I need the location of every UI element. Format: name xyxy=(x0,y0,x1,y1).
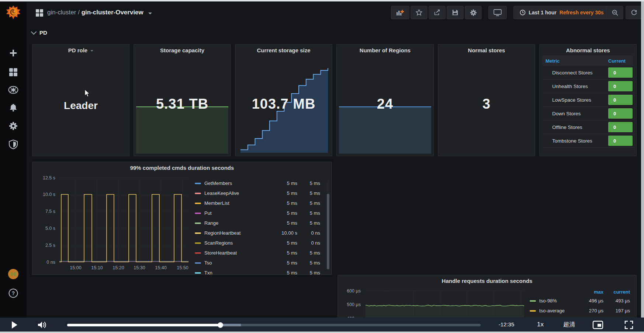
series-name[interactable]: Put xyxy=(204,210,212,216)
zoom-out-button[interactable] xyxy=(606,6,623,19)
series-name[interactable]: RegionHeartbeat xyxy=(204,230,240,236)
panel-title[interactable]: PD role xyxy=(32,47,129,53)
cmds-legend: GetMembers5 ms5 msLeaseKeepAlive5 ms5 ms… xyxy=(195,178,326,274)
series-name[interactable]: Tso xyxy=(204,260,212,266)
volume-button[interactable] xyxy=(36,320,48,330)
user-avatar[interactable] xyxy=(7,267,20,281)
dashboard-grid-icon[interactable] xyxy=(35,9,44,18)
panel-title[interactable]: Number of Regions xyxy=(337,47,433,53)
play-button[interactable] xyxy=(10,320,19,330)
series-name[interactable]: LeaseKeepAlive xyxy=(204,190,239,196)
seek-handle[interactable] xyxy=(218,322,223,328)
x-tick-label: 15:40 xyxy=(153,265,169,270)
legend-item[interactable]: MemberList5 ms5 ms xyxy=(195,198,326,208)
series-name[interactable]: tso-98% xyxy=(539,298,557,304)
share-button[interactable] xyxy=(429,6,446,19)
help-icon[interactable]: ? xyxy=(7,287,19,299)
legend-item[interactable]: Tso5 ms5 ms xyxy=(195,258,326,268)
fullscreen-button[interactable] xyxy=(623,320,635,330)
explore-icon[interactable] xyxy=(7,84,19,96)
legend-item[interactable]: Put5 ms5 ms xyxy=(195,208,326,218)
column-header-metric[interactable]: Metric xyxy=(543,58,608,64)
legend-item[interactable]: Txn5 ms5 ms xyxy=(195,268,326,275)
grafana-logo-icon[interactable] xyxy=(5,4,21,21)
y-tick-label: 500 µs xyxy=(342,302,361,307)
panel-number-of-regions: Number of Regions 24 xyxy=(336,44,434,156)
series-max-value: 10.00 s xyxy=(256,230,297,236)
breadcrumb-folder[interactable]: gin-cluster xyxy=(47,9,76,16)
playback-speed-button[interactable]: 1x xyxy=(531,318,550,332)
series-current-value: 5 ms xyxy=(297,260,320,266)
table-row: Down Stores0 xyxy=(543,107,633,120)
series-name[interactable]: ScanRegions xyxy=(204,240,233,246)
panel-title[interactable]: Handle requests duration seconds xyxy=(338,278,636,284)
storage-capacity-sparkline xyxy=(136,106,228,154)
y-tick-label: 5.0 s xyxy=(39,226,55,231)
alerting-icon[interactable] xyxy=(7,102,19,113)
legend-item[interactable]: Range5 ms5 ms xyxy=(195,218,326,228)
breadcrumb-separator: / xyxy=(78,9,80,16)
time-range-label: Last 1 hour xyxy=(529,10,556,15)
panel-title[interactable]: Abnormal stores xyxy=(540,47,636,53)
series-name[interactable]: tso-average xyxy=(539,308,565,313)
tv-mode-button[interactable] xyxy=(488,6,507,19)
legend-column-max[interactable]: max xyxy=(567,289,603,295)
legend-scrollbar-thumb[interactable] xyxy=(327,194,329,269)
time-range-picker[interactable]: Last 1 hour Refresh every 30s xyxy=(513,6,610,19)
panel-handle-requests: Handle requests duration seconds 600 µs5… xyxy=(337,275,637,318)
legend-color-swatch xyxy=(195,232,201,234)
server-admin-icon[interactable] xyxy=(7,139,19,150)
quality-button[interactable]: 超清 xyxy=(558,318,581,332)
legend-item[interactable]: StoreHeartbeat5 ms5 ms xyxy=(195,248,326,258)
create-icon[interactable] xyxy=(7,47,19,59)
row-pd-section-toggle[interactable]: PD xyxy=(32,28,47,37)
legend-item[interactable]: LeaseKeepAlive5 ms5 ms xyxy=(195,188,326,198)
handle-chart[interactable] xyxy=(366,291,524,318)
abnormal-stores-table-body: Disconnect Stores0Unhealth Stores0LowSpa… xyxy=(543,66,633,154)
mouse-cursor xyxy=(84,89,91,98)
star-button[interactable] xyxy=(411,6,427,19)
breadcrumb[interactable]: gin-cluster / gin-cluster-Overview xyxy=(47,9,152,16)
legend-column-current[interactable]: current xyxy=(603,289,630,295)
series-name[interactable]: MemberList xyxy=(204,200,229,206)
panel-menu-caret-icon[interactable] xyxy=(90,50,93,52)
dashboard-settings-button[interactable] xyxy=(465,6,482,19)
metric-name: Tombstone Stores xyxy=(543,138,608,144)
legend-scrollbar[interactable] xyxy=(327,180,329,269)
panel-title[interactable]: 99% completed cmds duration seconds xyxy=(32,165,332,171)
current-value-cell: 0 xyxy=(608,108,633,119)
series-name[interactable]: GetMembers xyxy=(204,180,232,186)
picture-in-picture-button[interactable] xyxy=(591,320,605,330)
clock-icon xyxy=(520,10,526,15)
panel-title[interactable]: Normal stores xyxy=(438,47,535,53)
refresh-button[interactable] xyxy=(626,6,641,19)
seek-bar[interactable] xyxy=(67,324,481,326)
current-value: 0 xyxy=(613,138,616,144)
add-panel-button[interactable] xyxy=(391,6,409,19)
legend-color-swatch xyxy=(195,193,201,194)
table-row: Tombstone Stores0 xyxy=(543,134,633,148)
legend-item[interactable]: GetMembers5 ms5 ms xyxy=(195,178,326,188)
legend-color-swatch xyxy=(195,213,201,214)
panel-title[interactable]: Storage capacity xyxy=(134,47,231,53)
series-name[interactable]: Range xyxy=(204,220,218,226)
series-max-value: 5 ms xyxy=(256,210,297,216)
page-scrollbar[interactable] xyxy=(641,1,644,318)
save-button[interactable] xyxy=(447,6,464,19)
legend-item[interactable]: tso-98%496 µs493 µs xyxy=(530,296,630,306)
breadcrumb-dashboard[interactable]: gin-cluster-Overview xyxy=(82,9,143,16)
chevron-down-icon xyxy=(148,13,152,14)
cmds-chart[interactable] xyxy=(59,178,188,262)
panel-title[interactable]: Current storage size xyxy=(235,47,332,53)
series-name[interactable]: Txn xyxy=(204,270,212,275)
dashboards-icon[interactable] xyxy=(7,66,19,78)
panel-storage-capacity: Storage capacity 5.31 TB xyxy=(134,44,231,156)
legend-item[interactable]: RegionHeartbeat10.00 s0 ns xyxy=(195,228,326,238)
legend-item[interactable]: tso-average270 µs197 µs xyxy=(530,306,630,316)
column-header-current[interactable]: Current xyxy=(608,58,633,64)
current-value-cell: 0 xyxy=(608,67,633,78)
configuration-icon[interactable] xyxy=(7,120,19,132)
legend-item[interactable]: ScanRegions5 ms0 ns xyxy=(195,238,326,248)
series-name[interactable]: StoreHeartbeat xyxy=(204,250,237,256)
series-max-value: 5 ms xyxy=(256,190,297,196)
